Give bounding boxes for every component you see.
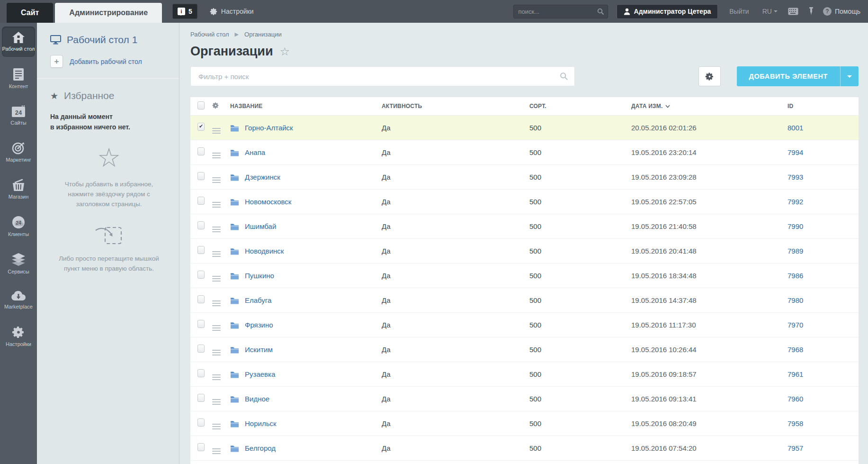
row-id-link[interactable]: 7958 [787,419,803,428]
drag-handle-icon[interactable] [212,350,221,355]
row-id-link[interactable]: 7990 [787,222,803,230]
column-header-modified[interactable]: ДАТА ИЗМ. [631,103,787,109]
favorites-hint-star: Чтобы добавить в избранное, нажмите звёз… [50,180,168,209]
logout-link[interactable]: Выйти [729,8,749,15]
drag-handle-icon[interactable] [212,177,221,183]
row-checkbox[interactable] [197,295,205,303]
row-checkbox[interactable] [197,345,205,353]
help-button[interactable]: ? Помощь [823,7,860,16]
row-id-link[interactable]: 7993 [787,173,803,181]
row-checkbox[interactable] [197,419,205,427]
row-name-link[interactable]: Видное [245,395,269,403]
row-id-link[interactable]: 7986 [787,272,803,280]
row-name-link[interactable]: Горно-Алтайск [245,124,293,132]
drag-handle-icon[interactable] [212,227,221,232]
add-element-button[interactable]: ДОБАВИТЬ ЭЛЕМЕНТ [737,66,859,86]
grid-settings-button[interactable] [698,66,721,86]
row-name-link[interactable]: Новодвинск [245,247,284,255]
row-id-link[interactable]: 7968 [787,346,803,354]
organizations-table: НАЗВАНИЕ АКТИВНОСТЬ СОРТ. ДАТА ИЗМ. ID Г… [190,97,859,464]
row-checkbox[interactable] [197,369,205,377]
sidebar-item-marketplace[interactable]: Marketplace [2,285,35,315]
breadcrumb-desktop[interactable]: Рабочий стол [190,31,229,38]
row-id-link[interactable]: 7957 [787,444,803,452]
add-desktop-button[interactable]: + Добавить рабочий стол [50,55,170,68]
row-checkbox[interactable] [197,271,205,279]
row-name-link[interactable]: Ишимбай [245,222,276,230]
notifications-badge[interactable]: i 5 [172,4,197,19]
gear-icon [12,326,25,339]
drag-handle-icon[interactable] [212,300,221,306]
row-name-link[interactable]: Новомосковск [245,198,291,206]
drag-handle-icon[interactable] [212,202,221,208]
row-name-link[interactable]: Анапа [245,148,265,156]
sidebar-item-clients[interactable]: 24 Клиенты [2,211,35,242]
plus-icon[interactable]: + [50,55,63,68]
row-id-link[interactable]: 7992 [787,198,803,206]
drag-handle-icon[interactable] [212,325,221,331]
row-id-link[interactable]: 7961 [787,370,803,378]
basket-icon [11,179,26,191]
row-id-link[interactable]: 7970 [787,321,803,329]
tab-site[interactable]: Сайт [7,3,53,23]
drag-handle-icon[interactable] [212,276,221,282]
row-sort-value: 500 [529,444,631,452]
row-checkbox[interactable] [197,320,205,328]
sidebar-item-sites[interactable]: 24 Сайты [2,100,35,131]
user-menu-button[interactable]: Администратор Цетера [617,4,718,19]
topbar-settings-button[interactable]: Настройки [210,8,254,16]
row-id-link[interactable]: 7980 [787,296,803,304]
row-checkbox[interactable] [197,246,205,254]
tab-admin[interactable]: Администрирование [55,3,162,23]
row-name-link[interactable]: Белгород [245,444,276,452]
sidebar-item-marketing[interactable]: Маркетинг [2,136,35,168]
column-header-id[interactable]: ID [787,103,859,109]
row-id-link[interactable]: 7960 [787,395,803,403]
row-id-link[interactable]: 7989 [787,247,803,255]
filter-search-input[interactable] [190,66,575,86]
sidebar-item-desktop[interactable]: Рабочий стол [2,27,35,57]
row-checkbox[interactable] [197,172,205,180]
breadcrumb-organizations[interactable]: Организации [244,31,282,38]
row-name-link[interactable]: Дзержинск [245,173,280,181]
gear-icon[interactable] [212,102,219,109]
topbar-search-input[interactable] [513,5,608,18]
row-checkbox[interactable] [197,394,205,402]
language-selector[interactable]: RU [762,8,778,15]
column-header-name[interactable]: НАЗВАНИЕ [230,103,382,109]
row-checkbox[interactable] [197,197,205,205]
row-checkbox[interactable] [197,443,205,451]
row-name-link[interactable]: Фрязино [245,321,273,329]
drag-handle-icon[interactable] [212,424,221,429]
column-header-sort[interactable]: СОРТ. [529,103,631,109]
select-all-checkbox[interactable] [197,101,205,109]
drag-handle-icon[interactable] [212,399,221,405]
sidebar-item-settings[interactable]: Настройки [2,321,35,352]
drag-handle-icon[interactable] [212,153,221,158]
row-name-link[interactable]: Елабуга [245,296,271,304]
row-modified-value: 19.05.2016 21:40:58 [631,222,787,230]
sidebar-item-services[interactable]: Сервисы [2,248,35,280]
row-name-link[interactable]: Пушкино [245,272,274,280]
sidebar-item-shop[interactable]: Магазин [2,174,35,205]
row-name-link[interactable]: Норильск [245,419,277,428]
row-checkbox[interactable] [197,221,205,229]
row-name-link[interactable]: Рузаевка [245,370,275,378]
drag-handle-icon[interactable] [212,251,221,257]
row-id-link[interactable]: 8001 [787,124,803,132]
add-element-dropdown[interactable] [841,73,859,80]
pin-panel-button[interactable] [809,7,814,16]
row-checkbox[interactable] [197,147,205,155]
row-active-value: Да [382,247,529,255]
row-name-link[interactable]: Искитим [245,346,273,354]
row-checkbox[interactable] [197,123,205,131]
drag-handle-icon[interactable] [212,128,221,134]
drag-handle-icon[interactable] [212,448,221,454]
drag-handle-icon[interactable] [212,374,221,380]
desktop-title[interactable]: Рабочий стол 1 [50,34,170,45]
sidebar-item-content[interactable]: Контент [2,63,35,94]
row-id-link[interactable]: 7994 [787,148,803,156]
hotkeys-keyboard-button[interactable] [788,8,798,15]
add-to-favorites-star-icon[interactable]: ☆ [280,45,290,58]
column-header-active[interactable]: АКТИВНОСТЬ [382,103,529,109]
